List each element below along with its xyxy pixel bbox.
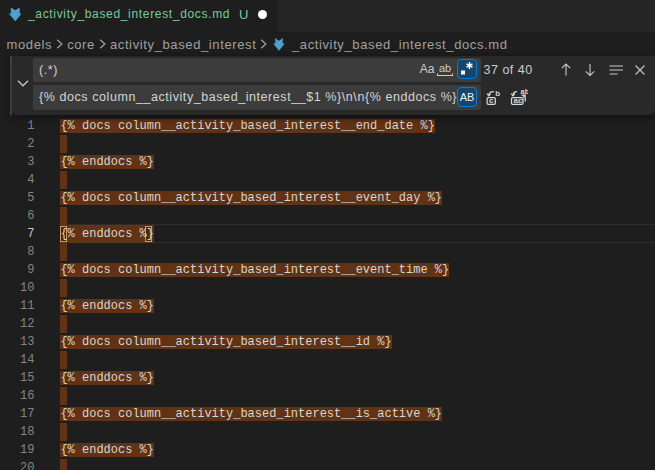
svg-text:ac: ac bbox=[514, 96, 523, 105]
svg-text:ab: ab bbox=[439, 62, 451, 74]
svg-text:ab: ab bbox=[521, 89, 528, 96]
svg-text:c: c bbox=[489, 96, 494, 105]
svg-text:b: b bbox=[495, 89, 500, 98]
